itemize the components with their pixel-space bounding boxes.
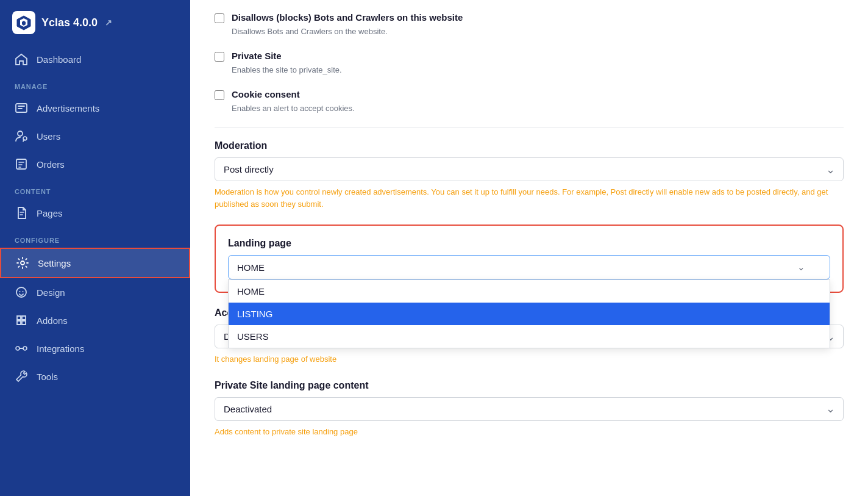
private-site-content-hint: Adds content to private site landing pag… [215, 426, 844, 438]
sidebar-item-orders[interactable]: Orders [0, 150, 190, 178]
sidebar-item-dashboard[interactable]: Dashboard [0, 45, 190, 73]
sidebar-section-content: CONTENT [0, 178, 190, 199]
landing-page-title: Landing page [228, 238, 830, 249]
tools-icon [15, 370, 28, 383]
svg-point-6 [20, 291, 21, 292]
private-site-label[interactable]: Private Site [232, 51, 282, 61]
sidebar-item-design[interactable]: Design [0, 278, 190, 306]
private-site-content-select[interactable]: Deactivated Activated [215, 397, 844, 421]
main-content: Disallows (blocks) Bots and Crawlers on … [190, 0, 868, 496]
landing-page-option-users[interactable]: USERS [229, 325, 830, 348]
moderation-setting: Moderation Post directly Requires approv… [215, 140, 844, 210]
private-site-checkbox[interactable] [215, 52, 224, 62]
pages-icon [15, 206, 28, 220]
orders-icon [15, 157, 28, 171]
cookie-consent-checkbox[interactable] [215, 90, 224, 100]
bots-setting: Disallows (blocks) Bots and Crawlers on … [215, 12, 844, 36]
landing-page-dropdown-container: HOME ⌄ HOME LISTING USERS [228, 255, 830, 279]
landing-page-section: Landing page HOME ⌄ HOME LISTING USERS [215, 225, 844, 293]
users-icon [15, 129, 28, 143]
sidebar-label-tools: Tools [37, 372, 58, 382]
landing-page-dropdown-list: HOME LISTING USERS [228, 279, 830, 348]
sidebar-item-tools[interactable]: Tools [0, 362, 190, 390]
svg-point-7 [23, 291, 24, 292]
bots-checkbox[interactable] [215, 13, 224, 23]
addons-icon [15, 314, 28, 327]
bots-label[interactable]: Disallows (blocks) Bots and Crawlers on … [232, 12, 463, 23]
sidebar-item-advertisements[interactable]: Advertisements [0, 94, 190, 122]
accept-terms-hint: It changes landing page of website [215, 353, 844, 365]
logo-icon [12, 11, 35, 34]
sidebar-section-configure: CONFIGURE [0, 227, 190, 248]
sidebar-section-manage: MANAGE [0, 73, 190, 94]
home-icon [15, 52, 28, 66]
landing-page-dropdown-selected[interactable]: HOME ⌄ [228, 255, 830, 279]
sidebar: Yclas 4.0.0 ↗ Dashboard MANAGE Advertise… [0, 0, 190, 496]
sidebar-label-advertisements: Advertisements [37, 103, 99, 113]
integrations-icon [15, 342, 28, 355]
sidebar-item-pages[interactable]: Pages [0, 199, 190, 227]
settings-icon [16, 256, 29, 270]
sidebar-label-users: Users [37, 131, 60, 142]
sidebar-item-addons[interactable]: Addons [0, 306, 190, 334]
sidebar-label-orders: Orders [37, 159, 65, 170]
landing-page-chevron-icon: ⌄ [797, 262, 805, 273]
sidebar-label-settings: Settings [38, 258, 71, 268]
sidebar-label-design: Design [37, 287, 65, 298]
sidebar-label-pages: Pages [37, 208, 63, 218]
sidebar-item-users[interactable]: Users [0, 122, 190, 150]
cookie-consent-description: Enables an alert to accept cookies. [232, 104, 844, 113]
landing-page-option-listing[interactable]: LISTING [229, 303, 830, 325]
moderation-select[interactable]: Post directly Requires approval [215, 157, 844, 181]
landing-page-selected-value: HOME [237, 262, 265, 273]
sidebar-item-settings[interactable]: Settings [0, 248, 190, 278]
external-link-icon: ↗ [105, 18, 112, 27]
moderation-title: Moderation [215, 140, 844, 151]
svg-rect-0 [16, 104, 27, 112]
sidebar-item-integrations[interactable]: Integrations [0, 334, 190, 362]
ads-icon [15, 101, 28, 115]
svg-point-4 [21, 261, 24, 265]
design-icon [15, 286, 28, 299]
sidebar-label-addons: Addons [37, 315, 68, 326]
app-logo[interactable]: Yclas 4.0.0 ↗ [0, 0, 190, 45]
svg-point-9 [23, 347, 27, 350]
private-site-setting: Private Site Enables the site to private… [215, 51, 844, 74]
svg-point-1 [18, 131, 23, 136]
private-site-description: Enables the site to private_site. [232, 65, 844, 74]
private-site-content-title: Private Site landing page content [215, 380, 844, 391]
app-title: Yclas 4.0.0 [41, 16, 98, 29]
sidebar-label-dashboard: Dashboard [37, 54, 81, 65]
private-site-content-setting: Private Site landing page content Deacti… [215, 380, 844, 438]
cookie-consent-label[interactable]: Cookie consent [232, 89, 300, 99]
sidebar-label-integrations: Integrations [37, 343, 84, 354]
svg-rect-3 [16, 159, 26, 169]
cookie-consent-setting: Cookie consent Enables an alert to accep… [215, 89, 844, 113]
moderation-hint: Moderation is how you control newly crea… [215, 186, 844, 210]
bots-description: Disallows Bots and Crawlers on the websi… [232, 27, 844, 36]
landing-page-option-home[interactable]: HOME [229, 280, 830, 303]
